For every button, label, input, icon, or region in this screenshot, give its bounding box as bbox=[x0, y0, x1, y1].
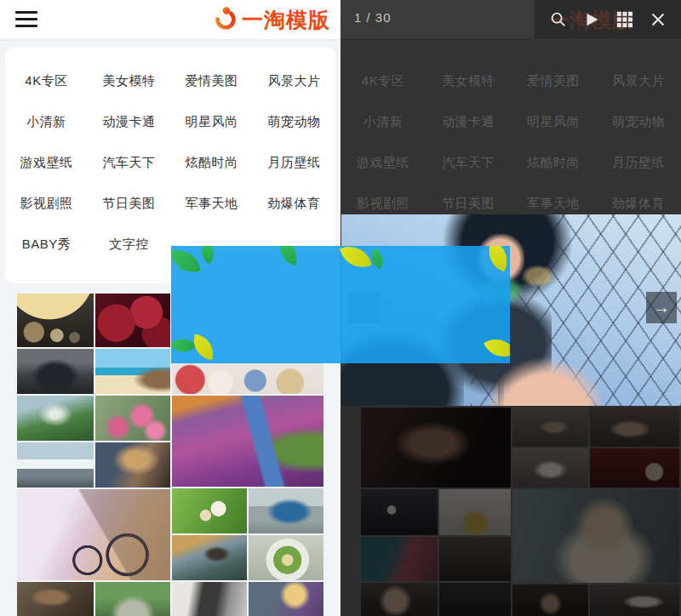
dimmed-thumb-white-dress bbox=[512, 448, 588, 488]
category-sports[interactable]: 劲爆体育 bbox=[253, 183, 335, 224]
category-4k[interactable]: 4K专区 bbox=[5, 60, 88, 101]
thumb-sports-car-garage[interactable] bbox=[17, 349, 94, 394]
brand-logo[interactable]: 一淘模版 bbox=[213, 6, 330, 33]
grid-icon[interactable] bbox=[615, 10, 634, 29]
app-header: 一淘模版 bbox=[0, 0, 340, 39]
category-cool[interactable]: 炫酷时尚 bbox=[170, 142, 253, 183]
brand-person-icon bbox=[213, 5, 238, 34]
category-love[interactable]: 爱情美图 bbox=[170, 60, 253, 101]
leaf-icon bbox=[340, 246, 372, 273]
play-icon[interactable] bbox=[582, 10, 601, 29]
dimmed-thumb-woman-face bbox=[361, 583, 438, 616]
dimmed-thumb-portrait-arms-up bbox=[361, 408, 511, 488]
search-icon[interactable] bbox=[549, 10, 568, 29]
thumb-forest-road[interactable] bbox=[95, 582, 170, 616]
leaf-icon bbox=[196, 246, 220, 265]
thumb-purple-flower-field[interactable] bbox=[172, 396, 323, 487]
thumb-anime-bicycle[interactable] bbox=[17, 489, 170, 580]
leaf-icon bbox=[171, 332, 197, 358]
close-icon[interactable] bbox=[649, 10, 667, 29]
category-calendar[interactable]: 月历壁纸 bbox=[253, 142, 335, 183]
thumb-tropical-beach[interactable] bbox=[95, 349, 170, 394]
category-text[interactable]: 文字控 bbox=[88, 224, 170, 265]
category-stars[interactable]: 明星风尚 bbox=[170, 101, 253, 142]
dimmed-thumb-girl-yellow-top bbox=[439, 489, 511, 535]
category-models[interactable]: 美女模特 bbox=[88, 60, 170, 101]
dimmed-thumb-dark-hair-woman bbox=[512, 585, 588, 616]
dimmed-thumb-white-shirt bbox=[590, 585, 679, 616]
category-pets[interactable]: 萌宠动物 bbox=[253, 101, 335, 142]
thumb-rice-field-hut[interactable] bbox=[172, 535, 247, 580]
thumb-planet-spheres[interactable] bbox=[17, 294, 94, 347]
menu-icon[interactable] bbox=[15, 11, 37, 28]
dimmed-category: 炫酷时尚 bbox=[511, 142, 596, 183]
dimmed-category: 小清新 bbox=[340, 101, 426, 142]
thumb-snow-mountains[interactable] bbox=[17, 442, 94, 488]
brand-logo-text: 一淘模版 bbox=[242, 6, 330, 34]
photo-counter: 1 / 30 bbox=[354, 10, 392, 25]
photo-flare-texture bbox=[521, 265, 555, 288]
dimmed-thumb-blonde-woman bbox=[512, 489, 679, 583]
screen: 一淘模版 4K专区 美女模特 爱情美图 风景大片 小清新 动漫卡通 明星风尚 萌… bbox=[0, 0, 681, 616]
dimmed-thumb-photoshoot bbox=[361, 489, 438, 535]
category-baby[interactable]: BABY秀 bbox=[5, 224, 88, 265]
dimmed-gallery bbox=[340, 406, 681, 616]
leaf-icon bbox=[276, 246, 301, 265]
dimmed-category: 明星风尚 bbox=[511, 101, 596, 142]
category-movies[interactable]: 影视剧照 bbox=[5, 183, 88, 224]
thumb-cat-closeup[interactable] bbox=[172, 582, 247, 616]
photo-hand-texture bbox=[484, 356, 607, 407]
viewer-topbar: 1 / 30 一淘模版 bbox=[340, 0, 681, 38]
dimmed-category: 美女模特 bbox=[426, 60, 511, 101]
ad-banner[interactable] bbox=[171, 246, 510, 363]
dimmed-thumb-dark bbox=[439, 583, 511, 616]
thumb-blue-drift-car[interactable] bbox=[249, 488, 323, 533]
thumb-wooden-scoop[interactable] bbox=[17, 582, 94, 616]
dimmed-category: 汽车天下 bbox=[426, 142, 511, 183]
leaf-icon bbox=[483, 246, 510, 271]
dimmed-category: 动漫卡通 bbox=[426, 101, 511, 142]
category-festival[interactable]: 节日美图 bbox=[88, 183, 170, 224]
thumb-pink-camellia[interactable] bbox=[95, 396, 170, 441]
category-anime[interactable]: 动漫卡通 bbox=[88, 101, 170, 142]
leaf-icon bbox=[171, 246, 201, 277]
category-scenery[interactable]: 风景大片 bbox=[253, 60, 335, 101]
dimmed-thumb-dark-back bbox=[439, 537, 511, 581]
dimmed-thumb-poolside bbox=[361, 537, 438, 581]
dimmed-category-card: 4K专区 美女模特 爱情美图 风景大片 小清新 动漫卡通 明星风尚 萌宠动物 游… bbox=[340, 38, 681, 219]
category-cars[interactable]: 汽车天下 bbox=[88, 142, 170, 183]
dimmed-category: 萌宠动物 bbox=[596, 101, 681, 142]
dimmed-thumb-standing-figure bbox=[512, 408, 588, 447]
dimmed-category: 4K专区 bbox=[340, 60, 426, 101]
dimmed-category: 爱情美图 bbox=[511, 60, 596, 101]
category-fresh[interactable]: 小清新 bbox=[5, 101, 88, 142]
dimmed-category: 风景大片 bbox=[596, 60, 681, 101]
thumb-noodle-soup[interactable] bbox=[249, 535, 323, 580]
viewer-toolbar: 一淘模版 bbox=[535, 0, 681, 38]
next-photo-button[interactable]: → bbox=[646, 292, 677, 323]
thumb-waterfall-valley[interactable] bbox=[17, 396, 94, 441]
category-games[interactable]: 游戏壁纸 bbox=[5, 142, 88, 183]
dimmed-thumb-red-room-doll bbox=[590, 448, 679, 488]
thumb-anime-sunset-road[interactable] bbox=[95, 442, 170, 488]
leaf-icon bbox=[484, 332, 510, 363]
thumb-white-rabbits[interactable] bbox=[172, 488, 247, 533]
thumb-wet-cherries[interactable] bbox=[95, 294, 170, 347]
thumb-anime-blonde-girl[interactable] bbox=[249, 582, 323, 616]
category-military[interactable]: 军事天地 bbox=[170, 183, 253, 224]
leaf-icon bbox=[191, 334, 217, 361]
dimmed-category: 月历壁纸 bbox=[596, 142, 681, 183]
dimmed-category: 游戏壁纸 bbox=[340, 142, 426, 183]
dimmed-thumb-woman-on-bed bbox=[590, 408, 679, 447]
